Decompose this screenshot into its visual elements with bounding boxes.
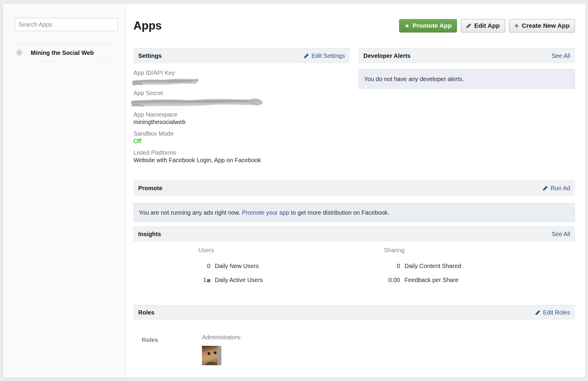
search-input[interactable] xyxy=(15,18,118,31)
daily-active-users-label: Daily Active Users xyxy=(215,276,263,284)
developer-alerts-title: Developer Alerts xyxy=(363,52,410,59)
promote-app-button[interactable]: ★ Promote App xyxy=(399,19,457,32)
app-item-label: Mining the Social Web xyxy=(31,49,94,56)
daily-new-users-label: Daily New Users xyxy=(215,262,259,270)
insights-content: Users 0 Daily New Users 1 Daily Active U… xyxy=(133,247,575,290)
field-label-listed-platforms: Listed Platforms xyxy=(133,149,350,157)
promote-message-box: You are not running any ads right now. P… xyxy=(133,203,575,222)
create-new-app-button-label: Create New App xyxy=(522,22,570,29)
sidebar-item-app[interactable]: ❋ Mining the Social Web xyxy=(15,44,118,62)
daily-active-users-number: 1 xyxy=(203,277,206,283)
insights-users-column: Users 0 Daily New Users 1 Daily Active U… xyxy=(133,247,350,290)
promote-message: You are not running any ads right now. P… xyxy=(139,209,389,216)
roles-row-label: Roles xyxy=(133,337,202,365)
edit-settings-link[interactable]: Edit Settings xyxy=(304,52,345,59)
edit-settings-link-label: Edit Settings xyxy=(312,52,345,59)
insights-sharing-column: Sharing 0 Daily Content Shared 0.00 Feed… xyxy=(359,247,575,290)
app-bullet-icon: ❋ xyxy=(15,48,24,57)
header-row: Apps ★ Promote App Edit App + Create New… xyxy=(133,19,575,32)
daily-content-shared-value: 0 xyxy=(384,262,400,270)
promote-title: Promote xyxy=(138,185,162,192)
insights-row-daily-content-shared: 0 Daily Content Shared xyxy=(384,262,575,270)
insights-users-header: Users xyxy=(198,247,350,254)
redacted-app-id-value xyxy=(132,78,200,86)
header-buttons: ★ Promote App Edit App + Create New App xyxy=(399,19,575,32)
field-value-sandbox-mode: Off xyxy=(133,137,350,145)
promote-header-bar: Promote Run Ad xyxy=(133,181,575,196)
settings-alerts-columns: Settings Edit Settings App ID/API Key xyxy=(133,48,575,168)
settings-section: Settings Edit Settings App ID/API Key xyxy=(133,48,350,168)
administrators-label: Administrators: xyxy=(202,334,242,341)
pencil-icon xyxy=(535,310,540,315)
roles-header-bar: Roles Edit Roles xyxy=(133,305,575,320)
developer-alerts-empty-box: You do not have any developer alerts. xyxy=(359,69,575,89)
insights-sharing-header: Sharing xyxy=(384,247,575,254)
daily-new-users-value: 0 xyxy=(198,262,210,270)
run-ad-link-label: Run Ad xyxy=(550,185,570,192)
redacted-app-secret-value xyxy=(130,97,264,109)
roles-content: Roles Administrators: xyxy=(133,334,575,365)
promote-message-suffix: to get more distribution on Facebook. xyxy=(289,209,389,216)
roles-title: Roles xyxy=(138,309,154,316)
insights-header-bar: Insights See All xyxy=(133,227,575,241)
app-list: ❋ Mining the Social Web xyxy=(15,44,118,62)
settings-title: Settings xyxy=(138,52,162,59)
promote-message-prefix: You are not running any ads right now. xyxy=(139,209,242,216)
promote-app-button-label: Promote App xyxy=(413,22,452,29)
star-icon: ★ xyxy=(405,23,410,29)
field-label-sandbox-mode: Sandbox Mode xyxy=(133,130,350,137)
settings-fields: App ID/API Key App Secret xyxy=(133,69,350,164)
run-ad-link[interactable]: Run Ad xyxy=(543,185,570,192)
field-label-app-namespace: App Namespace xyxy=(133,111,350,118)
edit-app-button[interactable]: Edit App xyxy=(461,19,505,32)
developer-alerts-see-all-link[interactable]: See All xyxy=(552,52,570,59)
page-title: Apps xyxy=(133,19,162,32)
edit-roles-link-label: Edit Roles xyxy=(543,309,570,316)
pencil-icon xyxy=(543,186,548,191)
edit-roles-link[interactable]: Edit Roles xyxy=(535,309,570,316)
pencil-icon xyxy=(466,23,471,28)
main-content: Apps ★ Promote App Edit App + Create New… xyxy=(126,3,586,378)
sidebar: ❋ Mining the Social Web xyxy=(3,3,126,378)
edit-app-button-label: Edit App xyxy=(474,22,500,29)
feedback-per-share-value: 0.00 xyxy=(384,276,400,284)
promote-your-app-link[interactable]: Promote your app xyxy=(242,209,289,216)
active-users-badge-icon xyxy=(207,279,210,282)
field-label-app-id: App ID/API Key xyxy=(133,69,350,77)
insights-row-daily-active-users: 1 Daily Active Users xyxy=(198,276,350,284)
create-new-app-button[interactable]: + Create New App xyxy=(509,19,575,32)
insights-row-feedback-per-share: 0.00 Feedback per Share xyxy=(384,276,575,284)
pencil-icon xyxy=(304,53,309,58)
field-value-listed-platforms: Website with Facebook Login, App on Face… xyxy=(133,157,350,164)
plus-icon: + xyxy=(514,22,519,29)
field-value-app-namespace: miningthesocialweb xyxy=(133,118,350,126)
daily-active-users-value: 1 xyxy=(198,276,210,284)
insights-row-daily-new-users: 0 Daily New Users xyxy=(198,262,350,270)
settings-header-bar: Settings Edit Settings xyxy=(133,48,350,63)
developer-alerts-empty-message: You do not have any developer alerts. xyxy=(364,76,464,83)
feedback-per-share-label: Feedback per Share xyxy=(405,276,458,284)
insights-see-all-link[interactable]: See All xyxy=(552,231,570,238)
developer-alerts-header-bar: Developer Alerts See All xyxy=(359,48,575,63)
insights-title: Insights xyxy=(138,231,161,238)
developer-alerts-section: Developer Alerts See All You do not have… xyxy=(359,48,575,168)
field-label-app-secret: App Secret xyxy=(133,89,350,97)
administrators-block: Administrators: xyxy=(202,334,242,365)
administrator-avatar[interactable] xyxy=(202,346,221,365)
app-dashboard-card: ❋ Mining the Social Web Apps ★ Promote A… xyxy=(2,3,586,378)
daily-content-shared-label: Daily Content Shared xyxy=(405,262,461,270)
